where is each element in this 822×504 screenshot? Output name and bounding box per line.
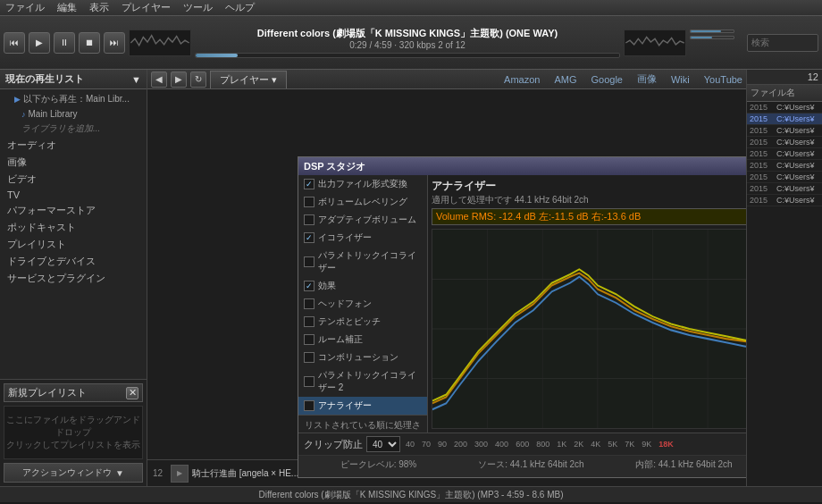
menu-player[interactable]: プレイヤー xyxy=(120,1,172,14)
link-youtube[interactable]: YouTube xyxy=(704,74,742,85)
search-input[interactable] xyxy=(747,34,818,52)
dsp-checkbox-parametric-eq2[interactable] xyxy=(304,376,315,387)
sidebar-item-now-playing[interactable]: ▶ 以下から再生：Main Libr... xyxy=(0,91,147,107)
dsp-item-parametric-eq2[interactable]: パラメトリックイコライザー 2 xyxy=(298,366,427,397)
dsp-footer: リストされている順に処理されます(ドラッグして順序を変更出来ます) プラグインの… xyxy=(298,415,427,433)
seek-bar[interactable] xyxy=(195,53,620,58)
menu-help[interactable]: ヘルプ xyxy=(223,1,256,14)
dsp-item-output-convert[interactable]: ✓ 出力ファイル形式変換 xyxy=(298,175,427,193)
dsp-checkbox-equalizer[interactable]: ✓ xyxy=(304,232,315,243)
track-list-item[interactable]: 2015 C:¥Users¥ xyxy=(747,137,822,148)
player-bar: ⏮ ▶ ⏸ ⏹ ⏭ Different colors (劇場版「K MISSIN… xyxy=(0,16,822,70)
new-playlist-close[interactable]: ✕ xyxy=(126,387,138,399)
dsp-item-volume-leveling[interactable]: ボリュームレベリング xyxy=(298,193,427,211)
refresh-button[interactable]: ↻ xyxy=(190,71,206,88)
dsp-item-label: パラメトリックイコライザー 2 xyxy=(318,369,422,394)
menu-edit[interactable]: 編集 xyxy=(55,1,79,14)
track-year: 2015 xyxy=(750,184,775,193)
action-window-button[interactable]: アクションウィンドウ ▼ xyxy=(4,463,143,483)
waveform-left xyxy=(129,29,191,56)
dsp-checkbox-headphones[interactable] xyxy=(304,298,315,309)
track-counter: 12 xyxy=(747,70,822,85)
track-number: 12 xyxy=(153,468,167,478)
sidebar-item-performer[interactable]: パフォーマーストア xyxy=(0,202,147,219)
next-button[interactable]: ⏭ xyxy=(104,32,125,54)
sidebar-item-tv[interactable]: TV xyxy=(0,188,147,202)
sidebar-item-images[interactable]: 画像 xyxy=(0,154,147,171)
analyzer-header: アナライザー 適用して処理中です 44.1 kHz 64bit 2ch オプショ… xyxy=(432,179,746,206)
track-list-item[interactable]: 2015 C:¥Users¥ xyxy=(747,148,822,160)
dsp-footer-text: リストされている順に処理されます(ドラッグして順序を変更出来ます) xyxy=(304,419,422,433)
dsp-checkbox-analyzer[interactable] xyxy=(304,400,315,411)
link-amg[interactable]: AMG xyxy=(554,74,576,85)
balance-slider[interactable] xyxy=(690,36,734,39)
track-info-center: Different colors (劇場版「K MISSING KINGS」主題… xyxy=(195,27,620,58)
play-button[interactable]: ▶ xyxy=(29,32,50,54)
volume-slider[interactable] xyxy=(690,29,734,33)
track-title: Different colors (劇場版「K MISSING KINGS」主題… xyxy=(257,27,558,40)
sidebar-item-label: 以下から再生：Main Libr... xyxy=(23,93,130,105)
track-list-item[interactable]: 2015 C:¥Users¥ xyxy=(747,172,822,183)
link-wiki[interactable]: Wiki xyxy=(671,74,690,85)
player-tab[interactable]: プレイヤー ▾ xyxy=(210,71,287,88)
track-list-item-current[interactable]: 2015 C:¥Users¥ xyxy=(747,113,822,125)
sidebar-item-video[interactable]: ビデオ xyxy=(0,171,147,188)
source-info-display: ソース: 44.1 kHz 64bit 2ch xyxy=(457,458,606,475)
seek-fill xyxy=(196,54,238,57)
dsp-checkbox-adaptive-volume[interactable] xyxy=(304,214,315,225)
playlist-drop-area[interactable]: ここにファイルをドラッグアンドドロップ クリックしてプレイリストを表示 xyxy=(4,406,143,459)
dsp-checkbox-output-convert[interactable]: ✓ xyxy=(304,179,315,189)
track-list-item[interactable]: 2015 C:¥Users¥ xyxy=(747,183,822,195)
prev-button[interactable]: ⏮ xyxy=(4,32,25,54)
dsp-body: ✓ 出力ファイル形式変換 ボリュームレベリング アダプティブボリューム ✓ イコ… xyxy=(298,175,746,433)
dsp-item-label: イコライザー xyxy=(318,231,372,244)
dsp-item-parametric-eq[interactable]: パラメトリックイコライザー xyxy=(298,247,427,277)
dsp-item-analyzer[interactable]: アナライザー xyxy=(298,397,427,415)
external-links: Amazon AMG Google 画像 Wiki YouTube xyxy=(497,72,742,86)
clip-select[interactable]: 40 xyxy=(366,436,400,452)
sidebar-item-add-library[interactable]: ライブラリを追加... xyxy=(0,121,147,137)
menu-file[interactable]: ファイル xyxy=(4,1,46,14)
dsp-item-room-correction[interactable]: ルーム補正 xyxy=(298,331,427,349)
dsp-checkbox-parametric-eq[interactable] xyxy=(304,256,315,267)
pause-button[interactable]: ⏸ xyxy=(54,32,75,54)
dsp-studio-panel: DSP スタジオ _ □ ✕ ✓ 出力ファイル形式変換 ボリ xyxy=(298,156,746,478)
dsp-item-equalizer[interactable]: ✓ イコライザー xyxy=(298,229,427,247)
track-list-item[interactable]: 2015 C:¥Users¥ xyxy=(747,125,822,137)
sidebar-item-playlist[interactable]: プレイリスト xyxy=(0,236,147,253)
freq-400: 400 xyxy=(493,440,510,449)
sidebar-item-podcast[interactable]: ポッドキャスト xyxy=(0,219,147,236)
sidebar-item-drives[interactable]: ドライブとデバイス xyxy=(0,253,147,270)
freq-800: 800 xyxy=(534,440,551,449)
dsp-checkbox-tempo-pitch[interactable] xyxy=(304,316,315,327)
track-year: 2015 xyxy=(750,114,775,123)
dsp-item-headphones[interactable]: ヘッドフォン xyxy=(298,295,427,313)
dsp-checkbox-effects[interactable]: ✓ xyxy=(304,281,315,291)
dsp-checkbox-convolution[interactable] xyxy=(304,352,315,363)
dsp-item-tempo-pitch[interactable]: テンポとピッチ xyxy=(298,313,427,331)
dsp-item-convolution[interactable]: コンボリューション xyxy=(298,349,427,366)
dsp-item-label: アナライザー xyxy=(318,399,372,412)
stop-button[interactable]: ⏹ xyxy=(79,32,100,54)
sidebar-item-main-library[interactable]: ♪ Main Library xyxy=(0,107,147,121)
track-list-item[interactable]: 2015 C:¥Users¥ xyxy=(747,160,822,172)
menu-tools[interactable]: ツール xyxy=(181,1,214,14)
link-amazon[interactable]: Amazon xyxy=(504,74,540,85)
sidebar-item-audio[interactable]: オーディオ xyxy=(0,137,147,154)
dsp-checkbox-room-correction[interactable] xyxy=(304,334,315,345)
dsp-item-adaptive-volume[interactable]: アダプティブボリューム xyxy=(298,211,427,229)
status-text: Different colors (劇場版「K MISSING KINGS」主題… xyxy=(259,489,564,501)
forward-button[interactable]: ▶ xyxy=(171,71,187,88)
link-images[interactable]: 画像 xyxy=(637,72,657,86)
track-list-item[interactable]: 2015 C:¥Users¥ xyxy=(747,195,822,206)
back-button[interactable]: ◀ xyxy=(151,71,167,88)
sidebar-item-services[interactable]: サービスとプラグイン xyxy=(0,270,147,287)
menu-view[interactable]: 表示 xyxy=(88,1,111,14)
dsp-checkbox-volume-leveling[interactable] xyxy=(304,197,315,207)
freq-1k: 1K xyxy=(555,440,568,449)
link-google[interactable]: Google xyxy=(591,74,623,85)
dsp-item-effects[interactable]: ✓ 効果 xyxy=(298,277,427,295)
sidebar-collapse-arrow[interactable]: ▼ xyxy=(131,74,141,85)
track-list-item[interactable]: 2015 C:¥Users¥ xyxy=(747,102,822,113)
dsp-item-label: ボリュームレベリング xyxy=(318,196,407,208)
